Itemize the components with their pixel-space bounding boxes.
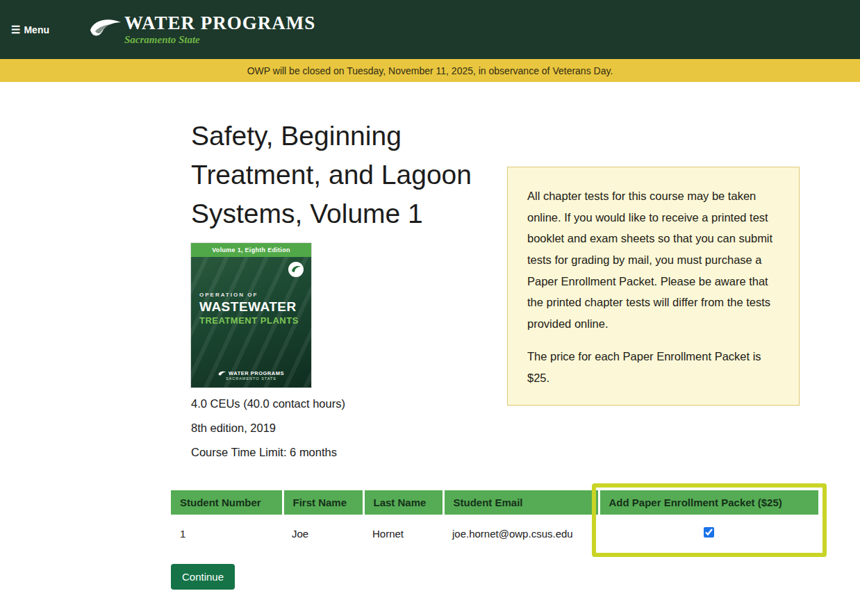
- cover-publisher: WATER PROGRAMS: [229, 370, 284, 376]
- cell-student-number: 1: [171, 515, 283, 552]
- closure-alert-text: OWP will be closed on Tuesday, November …: [247, 65, 613, 76]
- cover-main-title: WASTEWATER: [199, 300, 303, 314]
- cover-pretitle: OPERATION OF: [199, 292, 303, 298]
- students-table: Student Number First Name Last Name Stud…: [171, 490, 818, 552]
- course-title: Safety, Beginning Treatment, and Lagoon …: [191, 117, 490, 233]
- table-header-row: Student Number First Name Last Name Stud…: [171, 490, 818, 515]
- course-details: 4.0 CEUs (40.0 contact hours) 8th editio…: [191, 397, 860, 459]
- hamburger-icon: ☰: [11, 24, 20, 35]
- brand-subtitle: Sacramento State: [124, 34, 315, 46]
- water-programs-swoosh-icon: [90, 17, 122, 42]
- cover-titles: OPERATION OF WASTEWATER TREATMENT PLANTS: [191, 292, 311, 326]
- info-paragraph-1: All chapter tests for this course may be…: [527, 185, 779, 335]
- brand-title: WATER PROGRAMS: [124, 13, 315, 34]
- cover-logo-circle-icon: [288, 261, 304, 278]
- col-header-paper-packet: Add Paper Enrollment Packet ($25): [599, 490, 818, 515]
- cover-publisher-block: WATER PROGRAMS SACRAMENTO STATE: [191, 370, 311, 381]
- cell-last-name: Hornet: [363, 515, 443, 552]
- course-edition: 8th edition, 2019: [191, 422, 860, 435]
- col-header-last-name: Last Name: [363, 490, 443, 515]
- menu-label: Menu: [24, 24, 49, 35]
- info-paragraph-2: The price for each Paper Enrollment Pack…: [527, 346, 779, 388]
- cell-first-name: Joe: [283, 515, 363, 552]
- table-row: 1 Joe Hornet joe.hornet@owp.csus.edu: [171, 515, 818, 552]
- cell-student-email: joe.hornet@owp.csus.edu: [443, 515, 599, 552]
- course-book-cover: Volume 1, Eighth Edition OPERATION OF WA…: [191, 243, 311, 388]
- course-time-limit: Course Time Limit: 6 months: [191, 446, 860, 459]
- cover-publisher-swoosh-icon: [218, 371, 226, 376]
- continue-button[interactable]: Continue: [171, 564, 235, 590]
- col-header-student-email: Student Email: [443, 490, 599, 515]
- cover-publisher-sub: SACRAMENTO STATE: [226, 376, 276, 381]
- closure-alert-banner: OWP will be closed on Tuesday, November …: [0, 59, 860, 82]
- col-header-student-number: Student Number: [171, 490, 283, 515]
- menu-button[interactable]: ☰ Menu: [11, 24, 49, 35]
- cover-subtitle: TREATMENT PLANTS: [199, 315, 303, 326]
- cover-edition-banner: Volume 1, Eighth Edition: [191, 243, 311, 257]
- paper-packet-checkbox[interactable]: [704, 527, 714, 538]
- main-content: Safety, Beginning Treatment, and Lagoon …: [0, 82, 860, 616]
- top-header: ☰ Menu WATER PROGRAMS Sacramento State: [0, 0, 860, 59]
- cell-paper-packet: [599, 515, 818, 552]
- students-table-wrap: Student Number First Name Last Name Stud…: [171, 490, 818, 552]
- paper-packet-info-box: All chapter tests for this course may be…: [507, 167, 800, 406]
- col-header-first-name: First Name: [283, 490, 363, 515]
- brand-logo-link[interactable]: WATER PROGRAMS Sacramento State: [90, 13, 315, 46]
